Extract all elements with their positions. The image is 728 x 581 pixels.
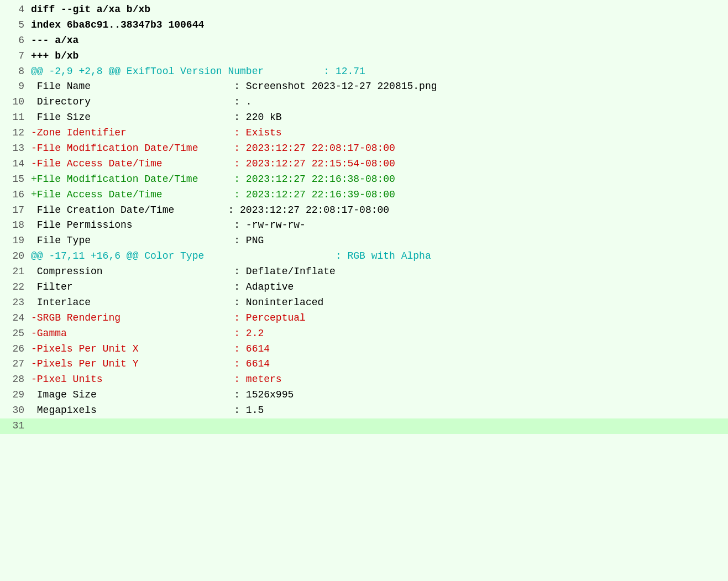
diff-line: 4diff --git a/xa b/xb	[0, 2, 728, 18]
diff-line: 19 File Type : PNG	[0, 233, 728, 249]
line-number: 22	[4, 280, 24, 295]
line-number: 6	[4, 33, 24, 49]
diff-line: 25-Gamma : 2.2	[0, 326, 728, 342]
line-number: 18	[4, 218, 24, 233]
line-content: diff --git a/xa b/xb	[31, 2, 724, 18]
diff-line: 26-Pixels Per Unit X : 6614	[0, 342, 728, 357]
line-number: 23	[4, 295, 24, 311]
line-content: index 6ba8c91..38347b3 100644	[31, 18, 724, 33]
line-number: 26	[4, 342, 24, 357]
line-number: 9	[4, 79, 24, 95]
line-content: Directory : .	[31, 95, 724, 110]
diff-line: 9 File Name : Screenshot 2023-12-27 2208…	[0, 79, 728, 95]
line-number: 12	[4, 125, 24, 141]
diff-line: 30 Megapixels : 1.5	[0, 403, 728, 418]
line-content: Megapixels : 1.5	[31, 403, 724, 418]
line-content: Filter : Adaptive	[31, 280, 724, 295]
diff-line: 18 File Permissions : -rw-rw-rw-	[0, 218, 728, 233]
line-content: File Size : 220 kB	[31, 110, 724, 125]
line-content: @@ -17,11 +16,6 @@ Color Type : RGB with…	[31, 249, 724, 264]
diff-line: 11 File Size : 220 kB	[0, 110, 728, 125]
line-number: 7	[4, 49, 24, 64]
line-content: +File Modification Date/Time : 2023:12:2…	[31, 172, 724, 187]
diff-line: 22 Filter : Adaptive	[0, 280, 728, 295]
line-content: -Zone Identifier : Exists	[31, 125, 724, 141]
line-content: File Type : PNG	[31, 233, 724, 249]
line-number: 8	[4, 64, 24, 80]
diff-line: 20@@ -17,11 +16,6 @@ Color Type : RGB wi…	[0, 249, 728, 264]
line-number: 27	[4, 357, 24, 372]
diff-view: 4diff --git a/xa b/xb5index 6ba8c91..383…	[0, 0, 728, 581]
line-content: Compression : Deflate/Inflate	[31, 264, 724, 280]
line-content: +++ b/xb	[31, 49, 724, 64]
line-number: 24	[4, 311, 24, 326]
line-content: Interlace : Noninterlaced	[31, 295, 724, 311]
diff-line: 12-Zone Identifier : Exists	[0, 125, 728, 141]
diff-line: 6--- a/xa	[0, 33, 728, 49]
line-number: 5	[4, 18, 24, 33]
line-content: -Pixels Per Unit X : 6614	[31, 342, 724, 357]
diff-line: 10 Directory : .	[0, 95, 728, 110]
line-content: -SRGB Rendering : Perceptual	[31, 311, 724, 326]
line-content: +File Access Date/Time : 2023:12:27 22:1…	[31, 187, 724, 203]
line-number: 10	[4, 95, 24, 110]
line-content: File Permissions : -rw-rw-rw-	[31, 218, 724, 233]
diff-line: 15+File Modification Date/Time : 2023:12…	[0, 172, 728, 187]
line-number: 19	[4, 233, 24, 249]
line-number: 11	[4, 110, 24, 125]
line-number: 15	[4, 172, 24, 187]
diff-line: 21 Compression : Deflate/Inflate	[0, 264, 728, 280]
diff-line: 27-Pixels Per Unit Y : 6614	[0, 357, 728, 372]
line-content: -File Access Date/Time : 2023:12:27 22:1…	[31, 156, 724, 172]
diff-line: 17 File Creation Date/Time : 2023:12:27 …	[0, 203, 728, 218]
line-content: -Gamma : 2.2	[31, 326, 724, 342]
line-content: File Name : Screenshot 2023-12-27 220815…	[31, 79, 724, 95]
line-number: 30	[4, 403, 24, 418]
line-content: -File Modification Date/Time : 2023:12:2…	[31, 141, 724, 156]
line-content: File Creation Date/Time : 2023:12:27 22:…	[31, 203, 724, 218]
line-number: 17	[4, 203, 24, 218]
diff-line: 31	[0, 418, 728, 434]
line-content: -Pixels Per Unit Y : 6614	[31, 357, 724, 372]
diff-line: 24-SRGB Rendering : Perceptual	[0, 311, 728, 326]
line-number: 31	[4, 418, 24, 434]
line-number: 13	[4, 141, 24, 156]
diff-line: 16+File Access Date/Time : 2023:12:27 22…	[0, 187, 728, 203]
line-number: 29	[4, 388, 24, 403]
line-number: 21	[4, 264, 24, 280]
line-content: @@ -2,9 +2,8 @@ ExifTool Version Number …	[31, 64, 724, 80]
diff-line: 29 Image Size : 1526x995	[0, 388, 728, 403]
diff-line: 7+++ b/xb	[0, 49, 728, 64]
line-number: 16	[4, 187, 24, 203]
diff-line: 8@@ -2,9 +2,8 @@ ExifTool Version Number…	[0, 64, 728, 80]
diff-line: 13-File Modification Date/Time : 2023:12…	[0, 141, 728, 156]
diff-line: 28-Pixel Units : meters	[0, 372, 728, 388]
diff-line: 14-File Access Date/Time : 2023:12:27 22…	[0, 156, 728, 172]
diff-line: 5index 6ba8c91..38347b3 100644	[0, 18, 728, 33]
line-number: 20	[4, 249, 24, 264]
line-number: 4	[4, 2, 24, 18]
line-number: 25	[4, 326, 24, 342]
line-number: 14	[4, 156, 24, 172]
line-number: 28	[4, 372, 24, 388]
line-content: -Pixel Units : meters	[31, 372, 724, 388]
diff-line: 23 Interlace : Noninterlaced	[0, 295, 728, 311]
line-content: --- a/xa	[31, 33, 724, 49]
line-content: Image Size : 1526x995	[31, 388, 724, 403]
